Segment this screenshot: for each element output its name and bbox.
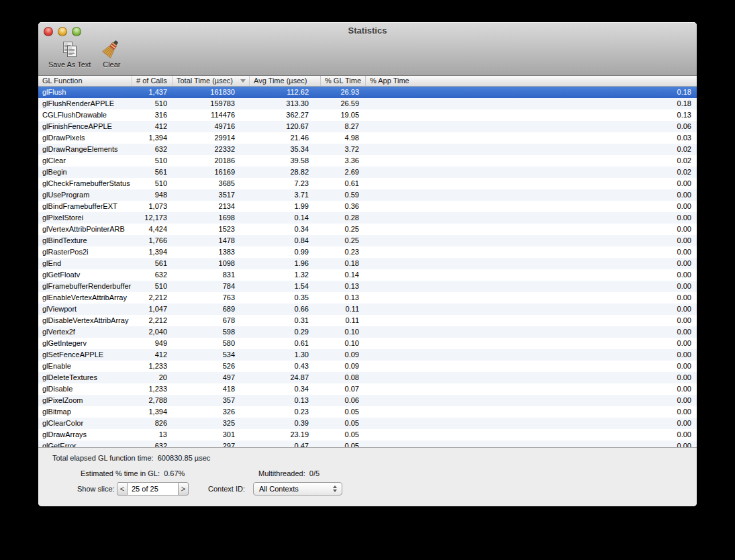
table-row[interactable]: glPixelStorei12,17316980.140.280.00 xyxy=(38,212,697,224)
cell-avg-time: 0.66 xyxy=(250,304,321,315)
cell-total-time: 580 xyxy=(173,338,250,349)
cell-total-time: 2134 xyxy=(173,201,250,212)
cell-gl-time-pct: 0.11 xyxy=(321,315,366,326)
table-row[interactable]: glFramebufferRenderbuffer5107841.540.130… xyxy=(38,281,697,292)
close-button[interactable] xyxy=(44,27,53,36)
table-row[interactable]: glBindTexture1,76614780.840.250.00 xyxy=(38,235,697,246)
window-chrome: Statistics xyxy=(38,22,697,76)
table-row[interactable]: glBindFramebufferEXT1,07321341.990.360.0… xyxy=(38,201,697,212)
slice-next-button[interactable]: > xyxy=(178,482,189,496)
cell-gl-function: glPixelZoom xyxy=(38,395,132,406)
cell-total-time: 784 xyxy=(173,281,250,292)
cell-app-time-pct: 0.03 xyxy=(366,132,697,144)
cell-total-time: 297 xyxy=(173,440,250,447)
cell-total-time: 3685 xyxy=(173,178,250,189)
slice-field[interactable]: 25 of 25 xyxy=(128,482,178,496)
cell-avg-time: 0.39 xyxy=(250,418,321,429)
cell-total-time: 326 xyxy=(173,406,250,418)
minimize-button[interactable] xyxy=(58,27,67,36)
table-row[interactable]: glDisableVertexAttribArray2,2126780.310.… xyxy=(38,315,697,326)
cell-gl-function: glPixelStorei xyxy=(38,212,132,224)
column-header-gl-time-pct[interactable]: % GL Time xyxy=(321,76,366,86)
cell-num-calls: 1,233 xyxy=(132,361,173,372)
cell-total-time: 325 xyxy=(173,418,250,429)
cell-app-time-pct: 0.00 xyxy=(366,189,697,201)
table-row[interactable]: glUseProgram94835173.710.590.00 xyxy=(38,189,697,201)
context-id-popup[interactable]: All Contexts xyxy=(253,482,342,496)
cell-app-time-pct: 0.00 xyxy=(366,281,697,292)
cell-gl-function: glRasterPos2i xyxy=(38,246,132,258)
table-row[interactable]: glDrawPixels1,3942991421.464.980.03 xyxy=(38,132,697,144)
table-row[interactable]: glFinishFenceAPPLE41249716120.678.270.06 xyxy=(38,121,697,132)
column-header-app-time-pct[interactable]: % App Time xyxy=(366,76,697,86)
column-header-num-calls[interactable]: # of Calls xyxy=(132,76,173,86)
cell-app-time-pct: 0.00 xyxy=(366,269,697,281)
cell-app-time-pct: 0.00 xyxy=(366,395,697,406)
cell-gl-time-pct: 0.14 xyxy=(321,269,366,281)
save-as-text-button[interactable]: Save As Text xyxy=(48,39,91,68)
table-row[interactable]: glDisable1,2334180.340.070.00 xyxy=(38,383,697,395)
table-row[interactable]: glGetFloatv6328311.320.140.00 xyxy=(38,269,697,281)
table-row[interactable]: glRasterPos2i1,39413830.990.230.00 xyxy=(38,246,697,258)
table-row[interactable]: glEnableVertexAttribArray2,2127630.350.1… xyxy=(38,292,697,304)
table-row[interactable]: glEnd56110981.960.180.00 xyxy=(38,258,697,269)
estimated-gl-value: 0.67% xyxy=(164,469,185,477)
table-row[interactable]: glSetFenceAPPLE4125341.300.090.00 xyxy=(38,349,697,361)
cell-avg-time: 23.19 xyxy=(250,429,321,440)
cell-gl-function: glFlush xyxy=(38,87,132,98)
table-row[interactable]: glBegin5611616928.822.690.02 xyxy=(38,167,697,178)
slice-previous-button[interactable]: < xyxy=(117,482,128,496)
table-row[interactable]: glGetIntegerv9495800.610.100.00 xyxy=(38,338,697,349)
traffic-lights xyxy=(44,27,81,36)
cell-app-time-pct: 0.00 xyxy=(366,383,697,395)
cell-app-time-pct: 0.00 xyxy=(366,338,697,349)
window-title: Statistics xyxy=(38,22,697,39)
table-row[interactable]: glFlushRenderAPPLE510159783313.3026.590.… xyxy=(38,98,697,109)
table-row[interactable]: glDrawRangeElements6322233235.343.720.02 xyxy=(38,144,697,155)
table-row[interactable]: glClear5102018639.583.360.02 xyxy=(38,155,697,167)
cell-avg-time: 0.23 xyxy=(250,406,321,418)
cell-gl-time-pct: 0.36 xyxy=(321,201,366,212)
cell-gl-function: glViewport xyxy=(38,304,132,315)
table-row[interactable]: glDrawArrays1330123.190.050.00 xyxy=(38,429,697,440)
cell-avg-time: 35.34 xyxy=(250,144,321,155)
table-row[interactable]: CGLFlushDrawable316114476362.2719.050.13 xyxy=(38,109,697,121)
table-row[interactable]: glViewport1,0476890.660.110.00 xyxy=(38,304,697,315)
cell-num-calls: 1,233 xyxy=(132,383,173,395)
cell-gl-function: glUseProgram xyxy=(38,189,132,201)
cell-gl-function: glGetError xyxy=(38,440,132,447)
cell-total-time: 678 xyxy=(173,315,250,326)
cell-gl-function: glFramebufferRenderbuffer xyxy=(38,281,132,292)
cell-avg-time: 0.61 xyxy=(250,338,321,349)
table-row[interactable]: glDeleteTextures2049724.870.080.00 xyxy=(38,372,697,383)
cell-avg-time: 1.99 xyxy=(250,201,321,212)
column-header-avg-time[interactable]: Avg Time (µsec) xyxy=(250,76,321,86)
clear-button[interactable]: Clear xyxy=(101,39,121,68)
table-row[interactable]: glPixelZoom2,7883570.130.060.00 xyxy=(38,395,697,406)
table-row[interactable]: glFlush1,437161830112.6226.930.18 xyxy=(38,87,697,98)
cell-avg-time: 21.46 xyxy=(250,132,321,144)
column-header-gl-function[interactable]: GL Function xyxy=(38,76,132,86)
cell-num-calls: 510 xyxy=(132,281,173,292)
table-row[interactable]: glClearColor8263250.390.050.00 xyxy=(38,418,697,429)
cell-gl-time-pct: 0.28 xyxy=(321,212,366,224)
table-row[interactable]: glVertex2f2,0405980.290.100.00 xyxy=(38,326,697,338)
table-row[interactable]: glBitmap1,3943260.230.050.00 xyxy=(38,406,697,418)
column-header-total-time[interactable]: Total Time (µsec) xyxy=(173,76,250,86)
cell-app-time-pct: 0.00 xyxy=(366,246,697,258)
table-row[interactable]: glEnable1,2335260.430.090.00 xyxy=(38,361,697,372)
cell-total-time: 534 xyxy=(173,349,250,361)
table-row[interactable]: glGetError6322970.470.050.00 xyxy=(38,440,697,447)
zoom-button[interactable] xyxy=(72,27,81,36)
cell-num-calls: 561 xyxy=(132,167,173,178)
cell-avg-time: 0.84 xyxy=(250,235,321,246)
cell-app-time-pct: 0.00 xyxy=(366,361,697,372)
titlebar[interactable]: Statistics xyxy=(38,22,697,39)
table-row[interactable]: glCheckFramebufferStatus51036857.230.610… xyxy=(38,178,697,189)
cell-app-time-pct: 0.18 xyxy=(366,98,697,109)
cell-gl-time-pct: 4.98 xyxy=(321,132,366,144)
table-row[interactable]: glVertexAttribPointerARB4,42415230.340.2… xyxy=(38,224,697,235)
cell-gl-time-pct: 0.10 xyxy=(321,338,366,349)
cell-gl-function: glBegin xyxy=(38,167,132,178)
context-id-label: Context ID: xyxy=(208,485,245,493)
